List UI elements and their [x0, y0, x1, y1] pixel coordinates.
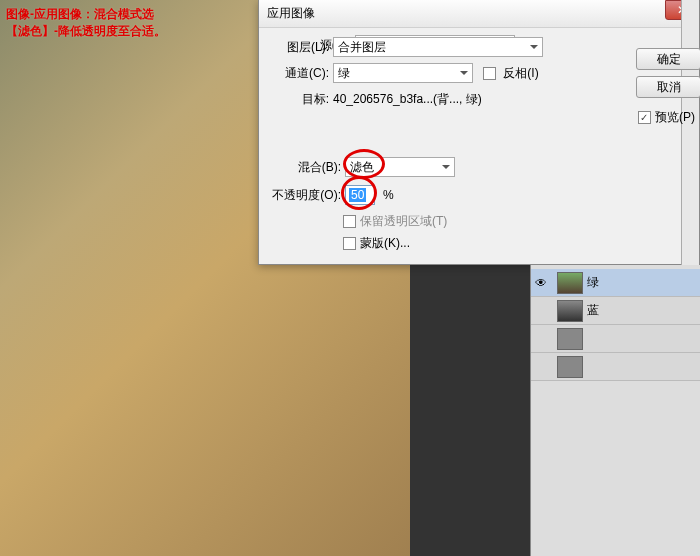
layer-name: 绿	[587, 274, 599, 291]
layer-row-item[interactable]	[531, 325, 700, 353]
annotation-circle-blend	[343, 149, 385, 179]
layer-name: 蓝	[587, 302, 599, 319]
annotation-line2: 【滤色】-降低透明度至合适。	[6, 23, 166, 40]
layers-list: 👁 绿 蓝	[531, 265, 700, 381]
annotation-circle-opacity	[341, 176, 377, 210]
invert-checkbox-wrap[interactable]: 反相(I)	[483, 65, 539, 82]
mask-label: 蒙版(K)...	[360, 235, 410, 252]
ok-button[interactable]: 确定	[636, 48, 700, 70]
channel-row: 通道(C): 绿 反相(I)	[267, 62, 539, 84]
layer-thumb	[557, 328, 583, 350]
dialog-body: 源(S): 40_206576_b3fac59d7... 图层(L): 合并图层…	[259, 28, 699, 140]
preview-checkbox[interactable]	[638, 111, 651, 124]
blend-label: 混合(B):	[279, 159, 341, 176]
eye-icon[interactable]: 👁	[535, 276, 549, 290]
layers-panel: 👁 绿 蓝	[530, 265, 700, 556]
preview-wrap[interactable]: 预览(P)	[638, 106, 695, 128]
eye-icon[interactable]	[535, 360, 549, 374]
target-label: 目标:	[267, 91, 329, 108]
dialog-title: 应用图像	[267, 5, 315, 22]
channel-combo[interactable]: 绿	[333, 63, 473, 83]
opacity-label: 不透明度(O):	[259, 187, 341, 204]
channel-value: 绿	[338, 65, 350, 82]
eye-icon[interactable]	[535, 332, 549, 346]
layer-label: 图层(L):	[267, 39, 329, 56]
apply-image-dialog: 应用图像 ✕ 源(S): 40_206576_b3fac59d7... 图层(L…	[258, 0, 700, 265]
layer-value: 合并图层	[338, 39, 386, 56]
layer-thumb	[557, 272, 583, 294]
invert-label: 反相(I)	[503, 66, 538, 80]
channel-label: 通道(C):	[267, 65, 329, 82]
source-group: 图层(L): 合并图层 通道(C): 绿 反相(I) 目标: 40_206576…	[269, 38, 569, 130]
target-row: 目标: 40_206576_b3fa...(背..., 绿)	[267, 88, 482, 110]
preserve-label: 保留透明区域(T)	[360, 213, 447, 230]
layer-row-item[interactable]: 蓝	[531, 297, 700, 325]
opacity-unit: %	[383, 188, 394, 202]
mask-row[interactable]: 蒙版(K)...	[343, 232, 410, 254]
invert-checkbox[interactable]	[483, 67, 496, 80]
layer-row-item[interactable]	[531, 353, 700, 381]
layer-row-item[interactable]: 👁 绿	[531, 269, 700, 297]
eye-icon[interactable]	[535, 304, 549, 318]
layer-thumb	[557, 300, 583, 322]
layer-combo[interactable]: 合并图层	[333, 37, 543, 57]
layer-row: 图层(L): 合并图层	[267, 36, 543, 58]
cancel-button[interactable]: 取消	[636, 76, 700, 98]
target-value: 40_206576_b3fa...(背..., 绿)	[333, 91, 482, 108]
preserve-checkbox[interactable]	[343, 215, 356, 228]
mask-checkbox[interactable]	[343, 237, 356, 250]
annotation-text: 图像-应用图像：混合模式选 【滤色】-降低透明度至合适。	[6, 6, 166, 40]
annotation-line1: 图像-应用图像：混合模式选	[6, 6, 166, 23]
preview-label: 预览(P)	[655, 109, 695, 126]
layer-thumb	[557, 356, 583, 378]
dialog-titlebar[interactable]: 应用图像	[259, 0, 699, 28]
preserve-row[interactable]: 保留透明区域(T)	[343, 210, 447, 232]
